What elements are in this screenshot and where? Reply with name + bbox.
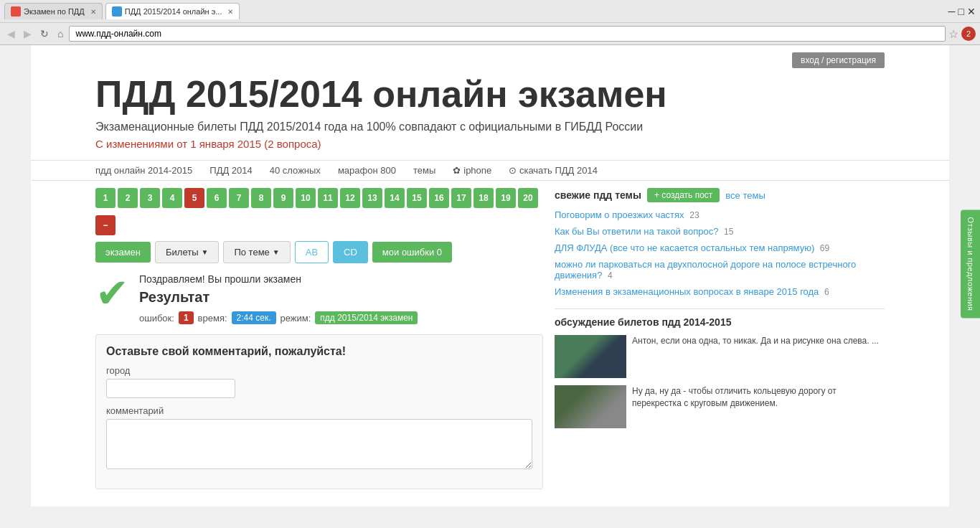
- by-theme-arrow-icon: ▼: [273, 248, 280, 256]
- sidebar-topics-header: свежие пдд темы + создать пост все темы: [555, 188, 885, 202]
- ticket-10[interactable]: 10: [296, 188, 316, 208]
- ticket-12[interactable]: 12: [340, 188, 360, 208]
- page-wrapper: вход / регистрация ПДД 2015/2014 онлайн …: [31, 45, 949, 506]
- errors-badge: 1: [179, 311, 194, 324]
- maximize-btn[interactable]: □: [958, 6, 964, 17]
- nav-item-40-hard[interactable]: 40 сложных: [270, 165, 321, 176]
- browser-tab-1[interactable]: Экзамен по ПДД ✕: [4, 3, 103, 19]
- site-change-note: С изменениями от 1 января 2015 (2 вопрос…: [95, 138, 885, 150]
- tab-title-2: ПДД 2015/2014 онлайн э...: [125, 7, 222, 16]
- site-title: ПДД 2015/2014 онлайн экзамен: [95, 74, 885, 115]
- ticket-7[interactable]: 7: [229, 188, 249, 208]
- bookmark-star-icon[interactable]: ☆: [948, 27, 958, 41]
- topic-link-5[interactable]: Изменения в экзаменационных вопросах в я…: [555, 286, 819, 297]
- mode-label: режим:: [281, 313, 311, 324]
- login-button[interactable]: вход / регистрация: [792, 52, 885, 68]
- content-area: 1 2 3 4 5 6 7 8 9 10 11 12 13 14 15 16 1…: [95, 188, 543, 499]
- discussion-text-2: Ну да, ну да - чтобы отличить кольцевую …: [632, 385, 885, 410]
- errors-label: ошибок:: [139, 313, 174, 324]
- ticket-17[interactable]: 17: [451, 188, 471, 208]
- my-errors-btn[interactable]: мои ошибки 0: [372, 242, 452, 263]
- tab-close-2[interactable]: ✕: [227, 8, 233, 16]
- sidebar: свежие пдд темы + создать пост все темы …: [555, 188, 885, 499]
- ticket-16[interactable]: 16: [429, 188, 449, 208]
- ticket-6[interactable]: 6: [207, 188, 227, 208]
- city-label: город: [106, 365, 532, 376]
- mode-badge: пдд 2015/2014 экзамен: [315, 311, 418, 324]
- result-meta: ошибок: 1 время: 2:44 сек. режим: пдд 20…: [139, 311, 418, 324]
- create-post-btn[interactable]: + создать пост: [647, 188, 720, 202]
- user-icon[interactable]: 2: [961, 27, 976, 41]
- tab-favicon-1: [11, 6, 21, 16]
- time-badge: 2:44 сек.: [232, 311, 276, 324]
- login-bar: вход / регистрация: [95, 52, 885, 68]
- ticket-15[interactable]: 15: [407, 188, 427, 208]
- ticket-13[interactable]: 13: [362, 188, 382, 208]
- nav-item-pdd2014[interactable]: ПДД 2014: [209, 165, 252, 176]
- tickets-arrow-icon: ▼: [202, 248, 209, 256]
- ticket-4[interactable]: 4: [162, 188, 182, 208]
- exam-btn[interactable]: экзамен: [95, 242, 151, 263]
- nav-item-marathon[interactable]: марафон 800: [338, 165, 396, 176]
- city-form-group: город: [106, 365, 532, 398]
- address-bar[interactable]: [69, 26, 946, 42]
- discussion-section: обсуждение билетов пдд 2014-2015 Антон, …: [555, 316, 885, 428]
- ticket-14[interactable]: 14: [385, 188, 405, 208]
- ticket-11[interactable]: 11: [318, 188, 338, 208]
- cd-btn[interactable]: CD: [333, 241, 368, 263]
- ticket-5[interactable]: 5: [184, 188, 204, 208]
- ticket-20[interactable]: 20: [518, 188, 538, 208]
- browser-titlebar: Экзамен по ПДД ✕ ПДД 2015/2014 онлайн э.…: [0, 0, 980, 22]
- back-btn[interactable]: ◀: [4, 27, 18, 41]
- topic-item-1: Поговорим о проезжих частях 23: [555, 209, 885, 220]
- topic-item-2: Как бы Вы ответили на такой вопрос? 15: [555, 226, 885, 237]
- close-window-btn[interactable]: ✕: [967, 6, 976, 17]
- topic-link-1[interactable]: Поговорим о проезжих частях: [555, 209, 684, 220]
- topics-section: свежие пдд темы + создать пост все темы …: [555, 188, 885, 297]
- refresh-btn[interactable]: ↻: [37, 27, 52, 41]
- browser-tab-2[interactable]: ПДД 2015/2014 онлайн э... ✕: [105, 3, 240, 19]
- city-input[interactable]: [106, 379, 235, 398]
- ticket-9[interactable]: 9: [273, 188, 293, 208]
- road-image-1: [555, 335, 626, 378]
- tab-close-1[interactable]: ✕: [90, 8, 96, 16]
- topic-link-4[interactable]: можно ли парковаться на двухполосной дор…: [555, 259, 856, 280]
- ticket-18[interactable]: 18: [473, 188, 494, 208]
- ticket-1[interactable]: 1: [95, 188, 116, 208]
- ticket-3[interactable]: 3: [140, 188, 160, 208]
- tickets-label: Билеты: [166, 247, 198, 258]
- tickets-btn[interactable]: Билеты ▼: [155, 241, 219, 263]
- comment-form-group: комментарий: [106, 405, 532, 471]
- result-area: ✔ Поздравляем! Вы прошли экзамен Результ…: [95, 273, 543, 324]
- time-label: время:: [198, 313, 227, 324]
- topic-link-3[interactable]: ДЛЯ ФЛУДА (все что не касается остальных…: [555, 242, 814, 253]
- nav-item-themes[interactable]: темы: [413, 165, 435, 176]
- site-subtitle: Экзаменационные билеты ПДД 2015/2014 год…: [95, 121, 885, 133]
- ticket-minus[interactable]: −: [95, 215, 116, 235]
- all-themes-link[interactable]: все темы: [725, 190, 765, 201]
- ticket-8[interactable]: 8: [251, 188, 271, 208]
- nav-item-iphone[interactable]: iphone: [453, 165, 491, 176]
- feedback-tab[interactable]: Отзывы и предложения: [961, 209, 980, 318]
- sidebar-divider: [555, 308, 885, 309]
- nav-item-download[interactable]: скачать ПДД 2014: [509, 165, 598, 176]
- topic-item-3: ДЛЯ ФЛУДА (все что не касается остальных…: [555, 242, 885, 253]
- congrats-text: Поздравляем! Вы прошли экзамен: [139, 273, 418, 285]
- home-btn[interactable]: ⌂: [55, 27, 66, 41]
- by-theme-btn[interactable]: По теме ▼: [223, 241, 290, 263]
- ticket-grid: 1 2 3 4 5 6 7 8 9 10 11 12 13 14 15 16 1…: [95, 188, 543, 208]
- tab-title-1: Экзамен по ПДД: [24, 7, 85, 16]
- ticket-19[interactable]: 19: [496, 188, 516, 208]
- forward-btn[interactable]: ▶: [21, 27, 34, 41]
- comment-textarea[interactable]: [106, 419, 532, 469]
- discussion-item-1: Антон, если она одна, то никак. Да и на …: [555, 335, 885, 378]
- topic-count-3: 69: [820, 243, 829, 253]
- minimize-btn[interactable]: ─: [948, 6, 956, 17]
- topic-link-2[interactable]: Как бы Вы ответили на такой вопрос?: [555, 226, 718, 237]
- topic-count-5: 6: [824, 287, 829, 297]
- comment-form-heading: Оставьте свой комментарий, пожалуйста!: [106, 345, 532, 358]
- topic-count-2: 15: [724, 227, 733, 237]
- nav-item-pdd-online[interactable]: пдд онлайн 2014-2015: [95, 165, 192, 176]
- ticket-2[interactable]: 2: [118, 188, 138, 208]
- ab-btn[interactable]: АВ: [295, 241, 329, 263]
